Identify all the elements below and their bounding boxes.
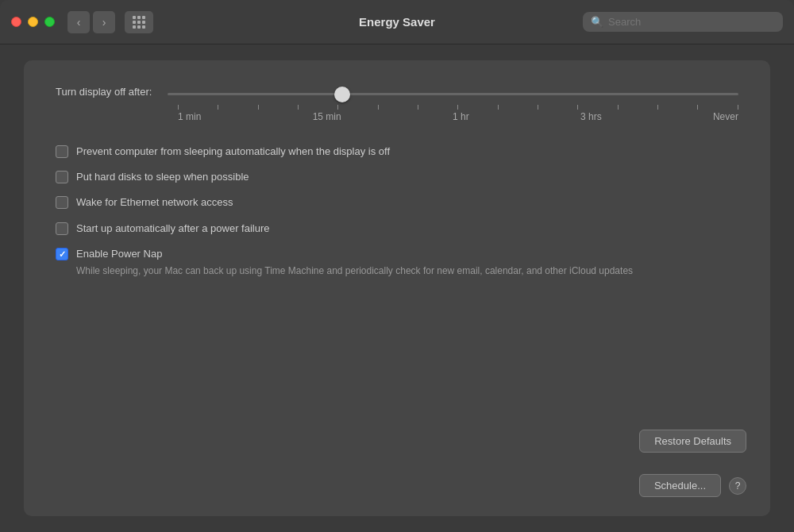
power-nap-description: While sleeping, your Mac can back up usi… (76, 264, 633, 278)
list-item: Start up automatically after a power fai… (56, 222, 738, 236)
titlebar: ‹ › Energy Saver 🔍 (0, 0, 794, 44)
startup-power-failure-checkbox[interactable] (56, 222, 68, 235)
close-button[interactable] (11, 17, 21, 27)
tick-11 (577, 105, 578, 110)
tick-14 (697, 105, 698, 110)
schedule-button[interactable]: Schedule... (639, 474, 721, 497)
restore-section: Restore Defaults (639, 430, 746, 453)
tick-7 (418, 105, 418, 110)
traffic-lights (11, 17, 55, 27)
slider-ticks (178, 105, 738, 111)
tick-3 (258, 105, 259, 110)
tick-8 (457, 105, 458, 110)
maximize-button[interactable] (44, 17, 55, 27)
prevent-sleep-checkbox[interactable] (56, 145, 68, 158)
bottom-buttons: Schedule... ? (639, 474, 746, 497)
tick-1 (178, 105, 179, 110)
slider-label-row: 1 min 15 min 1 hr 3 hrs Never (178, 111, 738, 122)
tick-12 (618, 105, 619, 110)
tick-10 (538, 105, 538, 110)
startup-power-failure-label: Start up automatically after a power fai… (76, 222, 270, 236)
window-title: Energy Saver (359, 15, 435, 29)
tick-15 (738, 105, 738, 110)
slider-label: Turn display off after: (56, 86, 152, 98)
main-content: Turn display off after: (0, 44, 794, 532)
tick-9 (498, 105, 499, 110)
tick-2 (218, 105, 218, 110)
tick-13 (657, 105, 658, 110)
grid-view-button[interactable] (125, 11, 153, 33)
label-1min: 1 min (178, 111, 201, 122)
label-never: Never (713, 111, 738, 122)
hard-disks-sleep-checkbox[interactable] (56, 171, 68, 183)
checkbox-group: Prevent computer from sleeping automatic… (56, 145, 738, 278)
minimize-button[interactable] (28, 17, 38, 27)
tick-6 (378, 105, 379, 110)
slider-header: Turn display off after: (56, 84, 738, 98)
restore-defaults-button[interactable]: Restore Defaults (639, 430, 746, 453)
tick-5 (337, 105, 338, 110)
slider-section: Turn display off after: (56, 84, 738, 122)
forward-button[interactable]: › (93, 11, 115, 33)
power-nap-row: Enable Power Nap (56, 247, 162, 261)
tick-4 (298, 105, 299, 110)
wake-ethernet-label: Wake for Ethernet network access (76, 195, 233, 210)
list-item: Put hard disks to sleep when possible (56, 170, 738, 184)
search-bar[interactable]: 🔍 (583, 12, 783, 32)
nav-buttons: ‹ › (67, 11, 153, 33)
display-sleep-slider[interactable] (168, 93, 738, 95)
search-icon: 🔍 (591, 16, 603, 28)
search-input[interactable] (608, 16, 775, 28)
prevent-sleep-label: Prevent computer from sleeping automatic… (76, 145, 390, 159)
settings-panel: Turn display off after: (24, 60, 770, 516)
wake-ethernet-checkbox[interactable] (56, 196, 68, 209)
hard-disks-sleep-label: Put hard disks to sleep when possible (76, 170, 249, 184)
grid-icon (133, 16, 145, 29)
label-1hr: 1 hr (453, 111, 469, 122)
back-button[interactable]: ‹ (67, 11, 90, 33)
label-3hrs: 3 hrs (580, 111, 602, 122)
list-item: Wake for Ethernet network access (56, 195, 738, 210)
power-nap-label: Enable Power Nap (76, 247, 162, 261)
list-item: Enable Power Nap While sleeping, your Ma… (56, 247, 738, 278)
label-15min: 15 min (313, 111, 341, 122)
list-item: Prevent computer from sleeping automatic… (56, 145, 738, 159)
power-nap-checkbox[interactable] (56, 248, 68, 260)
help-button[interactable]: ? (729, 477, 746, 495)
